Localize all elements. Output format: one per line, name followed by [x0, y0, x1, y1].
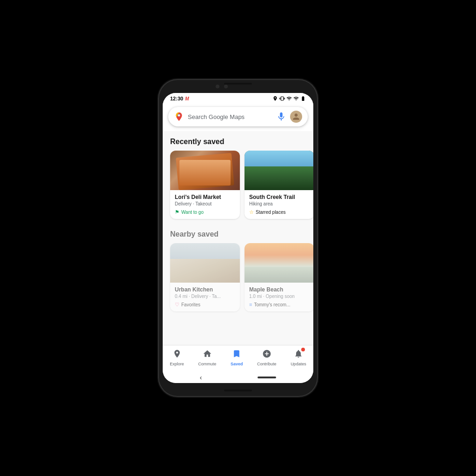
loris-deli-info: Lori's Deli Market Delivery · Takeout ⚑ …: [170, 190, 240, 219]
south-creek-tag: ☆ Starred places: [249, 209, 310, 215]
urban-kitchen-card[interactable]: Urban Kitchen 0.4 mi · Delivery · Ta... …: [170, 243, 240, 311]
phone-device: 12:30 M: [159, 80, 317, 396]
starred-icon: ☆: [249, 209, 254, 215]
android-nav-bar: ‹: [163, 371, 313, 383]
explore-icon: [172, 349, 182, 361]
maple-beach-tag-label: Tommy's recom...: [254, 302, 290, 307]
nearby-saved-title: Nearby saved: [163, 224, 313, 243]
updates-icon: [294, 349, 303, 361]
svg-point-0: [178, 114, 180, 117]
maple-beach-name: Maple Beach: [249, 286, 310, 293]
contribute-label: Contribute: [257, 362, 277, 366]
loris-deli-subtitle: Delivery · Takeout: [175, 201, 235, 206]
urban-kitchen-tag: ♡ Favorites: [175, 302, 235, 308]
maps-logo-icon: [174, 112, 184, 122]
maple-beach-info: Maple Beach 1.0 mi · Opening soon ≡ Tomm…: [245, 283, 313, 311]
gmail-icon: M: [185, 96, 189, 101]
signal-icon: [293, 96, 299, 101]
explore-label: Explore: [170, 362, 184, 366]
nearby-saved-section: Nearby saved Urban Kitchen 0.4 mi · Deli…: [163, 224, 313, 316]
phone-camera-right: [224, 85, 228, 88]
loris-deli-tag-label: Want to go: [181, 210, 204, 215]
loris-deli-name: Lori's Deli Market: [175, 194, 235, 200]
maple-beach-tag: ≡ Tommy's recom...: [249, 302, 310, 307]
commute-label: Commute: [198, 362, 216, 366]
home-pill[interactable]: [258, 377, 276, 378]
nav-commute[interactable]: Commute: [194, 348, 220, 367]
recently-saved-title: Recently saved: [163, 131, 313, 151]
commute-icon: [203, 349, 212, 361]
saved-label: Saved: [231, 362, 243, 366]
nav-explore[interactable]: Explore: [166, 348, 188, 367]
list-icon: ≡: [249, 302, 252, 307]
urban-kitchen-name: Urban Kitchen: [175, 286, 235, 293]
south-creek-tag-label: Starred places: [256, 210, 285, 215]
nearby-saved-cards: Urban Kitchen 0.4 mi · Delivery · Ta... …: [163, 243, 313, 316]
main-content: Recently saved Lori's Deli Market Delive…: [163, 131, 313, 345]
bottom-nav: Explore Commute Saved: [163, 345, 313, 371]
status-left: 12:30 M: [170, 96, 189, 101]
search-bar[interactable]: Search Google Maps: [168, 107, 308, 126]
saved-icon: [232, 349, 241, 361]
favorites-icon: ♡: [175, 302, 179, 308]
maple-beach-image: [245, 243, 313, 283]
avatar[interactable]: [290, 111, 302, 123]
vibrate-icon: [279, 96, 285, 101]
recently-saved-cards: Lori's Deli Market Delivery · Takeout ⚑ …: [163, 151, 313, 224]
south-creek-image: [245, 151, 313, 190]
loris-deli-tag: ⚑ Want to go: [175, 209, 235, 215]
want-to-go-icon: ⚑: [175, 209, 179, 215]
south-creek-info: South Creek Trail Hiking area ☆ Starred …: [245, 190, 313, 219]
maple-beach-card[interactable]: Maple Beach 1.0 mi · Opening soon ≡ Tomm…: [245, 243, 313, 311]
updates-label: Updates: [291, 362, 306, 366]
status-bar: 12:30 M: [163, 93, 313, 103]
phone-speaker: [224, 83, 252, 85]
phone-camera-left: [216, 85, 219, 88]
mic-icon[interactable]: [276, 112, 286, 122]
maple-beach-subtitle: 1.0 mi · Opening soon: [249, 294, 310, 299]
battery-icon: [300, 96, 306, 101]
recently-saved-section: Recently saved Lori's Deli Market Delive…: [163, 131, 313, 224]
urban-kitchen-info: Urban Kitchen 0.4 mi · Delivery · Ta... …: [170, 283, 240, 311]
search-input[interactable]: Search Google Maps: [188, 113, 272, 120]
updates-badge: [301, 348, 305, 351]
loris-deli-image: [170, 151, 240, 190]
nav-updates[interactable]: Updates: [287, 348, 310, 367]
phone-screen: 12:30 M: [163, 93, 313, 383]
contribute-icon: [262, 349, 271, 361]
back-button[interactable]: ‹: [200, 374, 202, 381]
nav-saved[interactable]: Saved: [227, 348, 247, 367]
wifi-icon: [286, 96, 292, 101]
phone-speaker-bottom: [224, 390, 252, 391]
status-time: 12:30: [170, 96, 183, 101]
urban-kitchen-subtitle: 0.4 mi · Delivery · Ta...: [175, 294, 235, 299]
loris-deli-card[interactable]: Lori's Deli Market Delivery · Takeout ⚑ …: [170, 151, 240, 219]
urban-kitchen-image: [170, 243, 240, 283]
south-creek-card[interactable]: South Creek Trail Hiking area ☆ Starred …: [245, 151, 313, 219]
location-status-icon: [272, 96, 278, 101]
south-creek-name: South Creek Trail: [249, 194, 310, 200]
urban-kitchen-tag-label: Favorites: [181, 302, 200, 307]
search-container: Search Google Maps: [163, 103, 313, 131]
status-icons: [272, 96, 306, 101]
south-creek-subtitle: Hiking area: [249, 201, 310, 206]
nav-contribute[interactable]: Contribute: [253, 348, 280, 367]
